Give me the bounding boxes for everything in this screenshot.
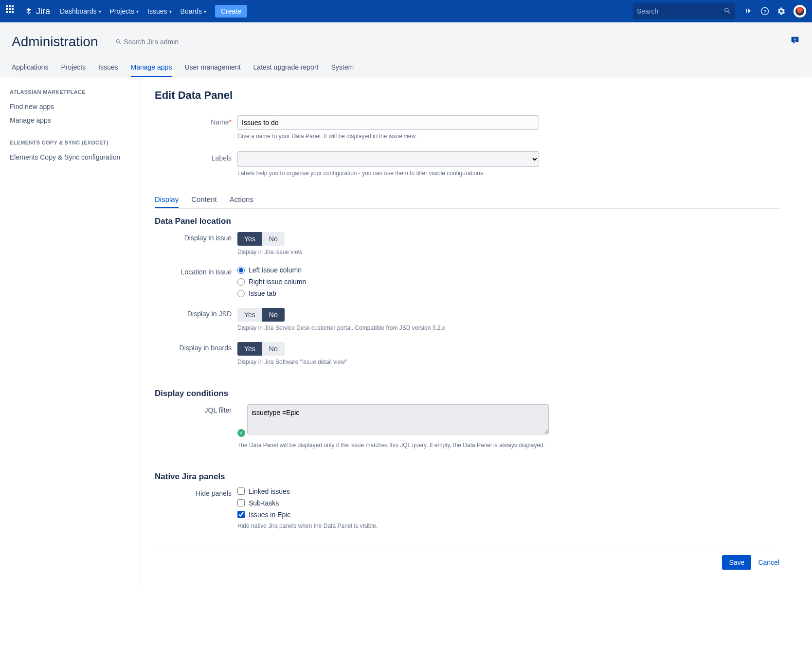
sub-tabs: Display Content Actions — [155, 195, 779, 209]
tab-user-management[interactable]: User management — [184, 63, 240, 77]
radio-left-column[interactable] — [237, 267, 245, 274]
location-heading: Data Panel location — [155, 216, 779, 226]
feedback-icon[interactable] — [744, 7, 753, 16]
subtab-content[interactable]: Content — [191, 195, 217, 208]
topbar: Jira Dashboards▾ Projects▾ Issues▾ Board… — [0, 0, 812, 22]
display-in-boards-help: Display in Jira Software "Issue detail v… — [237, 359, 779, 365]
admin-search[interactable]: Search Jira admin — [115, 38, 179, 46]
content: Edit Data Panel Name* Give a name to you… — [141, 77, 793, 589]
checkbox-subtasks[interactable] — [237, 499, 245, 506]
display-in-boards-toggle: Yes No — [237, 342, 285, 356]
display-in-jsd-help: Display in Jira Service Desk customer po… — [237, 324, 779, 331]
labels-label: Labels — [155, 151, 237, 162]
settings-icon[interactable] — [777, 7, 786, 16]
native-heading: Native Jira panels — [155, 472, 779, 482]
tab-issues[interactable]: Issues — [98, 63, 118, 77]
help-icon[interactable]: ? — [760, 7, 769, 16]
name-input[interactable] — [237, 115, 539, 130]
jira-logo[interactable]: Jira — [24, 6, 50, 17]
display-in-jsd-no[interactable]: No — [262, 308, 285, 322]
checkbox-epic-label[interactable]: Issues in Epic — [249, 511, 290, 519]
sidebar-manage-apps[interactable]: Manage apps — [10, 113, 131, 127]
jql-label: JQL filter — [155, 404, 237, 457]
labels-help: Labels help you to organise your configu… — [237, 170, 539, 177]
svg-text:?: ? — [763, 9, 766, 14]
admin-title: Administration — [12, 34, 98, 50]
sidebar: ATLASSIAN MARKETPLACE Find new apps Mana… — [0, 77, 141, 589]
checkbox-linked-issues[interactable] — [237, 487, 245, 495]
nav-dashboards[interactable]: Dashboards▾ — [60, 7, 101, 15]
display-in-issue-help: Display in Jira issue view — [237, 249, 779, 255]
search-icon[interactable] — [723, 7, 731, 16]
page-title: Edit Data Panel — [155, 89, 779, 102]
nav-boards[interactable]: Boards▾ — [180, 7, 206, 15]
svg-rect-3 — [794, 41, 795, 42]
nav-issues[interactable]: Issues▾ — [147, 7, 171, 15]
display-in-issue-toggle: Yes No — [237, 232, 285, 246]
display-in-boards-label: Display in boards — [155, 342, 237, 374]
valid-check-icon: ✓ — [237, 429, 245, 437]
radio-left-label[interactable]: Left issue column — [249, 266, 302, 274]
display-in-issue-no[interactable]: No — [262, 232, 285, 246]
svg-rect-2 — [794, 38, 795, 40]
display-in-jsd-yes[interactable]: Yes — [237, 308, 262, 322]
global-search[interactable] — [633, 3, 735, 19]
create-button[interactable]: Create — [215, 5, 247, 18]
tab-applications[interactable]: Applications — [12, 63, 49, 77]
checkbox-issues-in-epic[interactable] — [237, 511, 245, 518]
checkbox-linked-label[interactable]: Linked issues — [249, 487, 290, 495]
display-in-boards-yes[interactable]: Yes — [237, 342, 262, 356]
jql-help: The Data Panel will be displayed only if… — [237, 442, 779, 449]
checkbox-subtasks-label[interactable]: Sub-tasks — [249, 499, 279, 507]
radio-right-label[interactable]: Right issue column — [249, 278, 306, 286]
name-label: Name* — [155, 115, 237, 126]
hide-panels-label: Hide panels — [155, 487, 237, 538]
hide-help: Hide native Jira panels when the Data Pa… — [237, 523, 779, 529]
chevron-down-icon: ▾ — [204, 9, 206, 14]
sidebar-exocet-config[interactable]: Elements Copy & Sync configuration — [10, 150, 131, 164]
give-feedback-icon[interactable] — [790, 35, 800, 47]
radio-right-column[interactable] — [237, 278, 245, 286]
tab-projects[interactable]: Projects — [61, 63, 86, 77]
sidebar-section-exocet: ELEMENTS COPY & SYNC (EXOCET) — [10, 140, 131, 145]
subtab-actions[interactable]: Actions — [230, 195, 253, 208]
tab-latest-upgrade[interactable]: Latest upgrade report — [253, 63, 319, 77]
radio-tab-label[interactable]: Issue tab — [249, 289, 276, 297]
labels-select[interactable] — [237, 151, 539, 167]
nav-projects[interactable]: Projects▾ — [110, 7, 139, 15]
display-in-boards-no[interactable]: No — [262, 342, 285, 356]
search-icon — [115, 38, 122, 45]
display-in-issue-label: Display in issue — [155, 232, 237, 264]
name-help: Give a name to your Data Panel. It will … — [237, 133, 539, 140]
tab-manage-apps[interactable]: Manage apps — [131, 63, 172, 77]
jql-textarea[interactable] — [247, 404, 549, 434]
subtab-display[interactable]: Display — [155, 195, 179, 208]
sidebar-section-marketplace: ATLASSIAN MARKETPLACE — [10, 89, 131, 95]
admin-header: Administration Search Jira admin Applica… — [0, 22, 812, 77]
chevron-down-icon: ▾ — [169, 9, 172, 14]
user-avatar[interactable] — [794, 5, 806, 18]
location-in-issue-label: Location in issue — [155, 266, 237, 306]
admin-tabs: Applications Projects Issues Manage apps… — [12, 63, 800, 77]
chevron-down-icon: ▾ — [136, 9, 139, 14]
sidebar-find-new-apps[interactable]: Find new apps — [10, 100, 131, 113]
footer-actions: Save Cancel — [155, 548, 779, 570]
tab-system[interactable]: System — [331, 63, 354, 77]
jira-icon — [24, 6, 34, 16]
display-in-jsd-toggle: Yes No — [237, 308, 285, 322]
search-input[interactable] — [637, 7, 723, 15]
display-in-issue-yes[interactable]: Yes — [237, 232, 262, 246]
save-button[interactable]: Save — [722, 555, 751, 570]
radio-issue-tab[interactable] — [237, 290, 245, 297]
conditions-heading: Display conditions — [155, 389, 779, 398]
chevron-down-icon: ▾ — [99, 9, 101, 14]
display-in-jsd-label: Display in JSD — [155, 308, 237, 340]
app-switcher-icon[interactable] — [6, 5, 18, 17]
cancel-link[interactable]: Cancel — [758, 559, 779, 566]
